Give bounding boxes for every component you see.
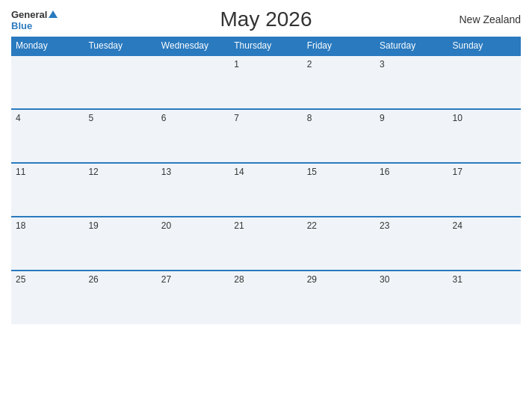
calendar-day-cell: 24: [448, 217, 521, 271]
day-number: 9: [380, 113, 385, 123]
day-number: 15: [307, 167, 317, 177]
weekday-friday: Friday: [303, 37, 375, 55]
calendar-day-cell: 12: [84, 163, 156, 217]
weekday-row: Monday Tuesday Wednesday Thursday Friday…: [11, 37, 521, 55]
logo-top: General: [11, 7, 58, 21]
calendar-week-row: 123: [11, 55, 521, 109]
day-number: 25: [16, 274, 25, 285]
day-number: 20: [161, 220, 171, 231]
logo-triangle-icon: [49, 10, 58, 18]
day-number: 2: [307, 59, 312, 69]
weekday-saturday: Saturday: [375, 37, 448, 55]
day-number: 19: [88, 220, 98, 231]
calendar-day-cell: 27: [157, 271, 229, 324]
calendar-table: Monday Tuesday Wednesday Thursday Friday…: [11, 37, 521, 324]
day-number: 5: [88, 113, 93, 123]
calendar-day-cell: 28: [229, 271, 302, 324]
calendar-day-cell: 5: [84, 109, 156, 163]
day-number: 26: [88, 274, 98, 285]
day-number: 16: [380, 167, 389, 177]
weekday-wednesday: Wednesday: [157, 37, 229, 55]
calendar-day-cell: 15: [303, 163, 375, 217]
day-number: 7: [234, 113, 239, 123]
calendar-day-cell: 20: [157, 217, 229, 271]
calendar-day-cell: 17: [448, 163, 521, 217]
weekday-monday: Monday: [11, 37, 84, 55]
day-number: 31: [453, 274, 463, 285]
day-number: 11: [16, 167, 25, 177]
day-number: 12: [88, 167, 98, 177]
calendar-day-cell: 29: [303, 271, 375, 324]
day-number: 22: [307, 220, 317, 231]
calendar-week-row: 45678910: [11, 109, 521, 163]
calendar-day-cell: 31: [448, 271, 521, 324]
day-number: 10: [453, 113, 463, 123]
calendar-day-cell: 26: [84, 271, 156, 324]
calendar-day-cell: 8: [303, 109, 375, 163]
calendar-day-cell: 6: [157, 109, 229, 163]
calendar-day-cell: 13: [157, 163, 229, 217]
country-label: New Zealand: [460, 13, 522, 25]
day-number: 17: [453, 167, 463, 177]
weekday-tuesday: Tuesday: [84, 37, 156, 55]
calendar-day-cell: 25: [11, 271, 84, 324]
weekday-thursday: Thursday: [229, 37, 302, 55]
calendar-day-cell: 18: [11, 217, 84, 271]
day-number: 23: [380, 220, 389, 231]
day-number: 30: [380, 274, 389, 285]
day-number: 4: [16, 113, 21, 123]
calendar-day-cell: [157, 55, 229, 109]
calendar-day-cell: 14: [229, 163, 302, 217]
calendar-day-cell: 4: [11, 109, 84, 163]
calendar-wrapper: General Blue May 2026 New Zealand Monday…: [0, 0, 532, 411]
calendar-day-cell: [448, 55, 521, 109]
calendar-header: General Blue May 2026 New Zealand: [11, 7, 521, 31]
weekday-sunday: Sunday: [448, 37, 521, 55]
day-number: 6: [161, 113, 167, 123]
calendar-day-cell: 16: [375, 163, 448, 217]
calendar-day-cell: 21: [229, 217, 302, 271]
day-number: 14: [234, 167, 244, 177]
calendar-day-cell: 1: [229, 55, 302, 109]
day-number: 18: [16, 220, 25, 231]
day-number: 13: [161, 167, 171, 177]
calendar-body: 1234567891011121314151617181920212223242…: [11, 55, 521, 324]
day-number: 3: [380, 59, 385, 69]
logo-blue-text: Blue: [11, 21, 32, 31]
calendar-week-row: 11121314151617: [11, 163, 521, 217]
day-number: 1: [234, 59, 239, 69]
calendar-day-cell: 2: [303, 55, 375, 109]
logo-general-text: General: [11, 9, 47, 20]
calendar-week-row: 18192021222324: [11, 217, 521, 271]
calendar-day-cell: 30: [375, 271, 448, 324]
day-number: 8: [307, 113, 312, 123]
calendar-day-cell: 22: [303, 217, 375, 271]
month-title: May 2026: [220, 7, 312, 31]
day-number: 27: [161, 274, 171, 285]
calendar-week-row: 25262728293031: [11, 271, 521, 324]
day-number: 28: [234, 274, 244, 285]
calendar-day-cell: 9: [375, 109, 448, 163]
day-number: 21: [234, 220, 244, 231]
day-number: 24: [453, 220, 463, 231]
calendar-day-cell: 10: [448, 109, 521, 163]
calendar-day-cell: 19: [84, 217, 156, 271]
calendar-header-row: Monday Tuesday Wednesday Thursday Friday…: [11, 37, 521, 55]
calendar-day-cell: [11, 55, 84, 109]
calendar-day-cell: 3: [375, 55, 448, 109]
calendar-day-cell: [84, 55, 156, 109]
calendar-day-cell: 7: [229, 109, 302, 163]
logo: General Blue: [11, 7, 58, 31]
calendar-day-cell: 11: [11, 163, 84, 217]
calendar-day-cell: 23: [375, 217, 448, 271]
day-number: 29: [307, 274, 317, 285]
